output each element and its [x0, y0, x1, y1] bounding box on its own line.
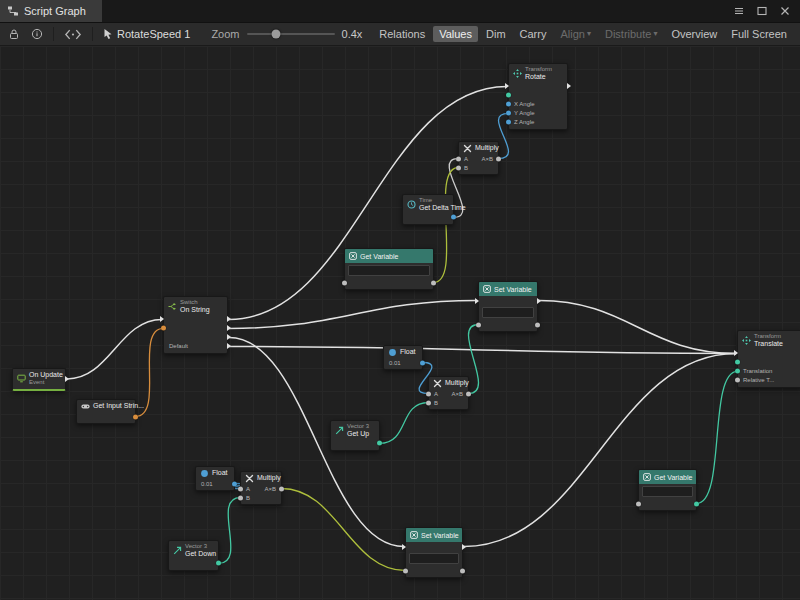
value-port[interactable]: [238, 486, 243, 491]
value-port[interactable]: [506, 120, 511, 125]
node-port-row: B: [429, 398, 468, 407]
flow-port[interactable]: [227, 325, 231, 331]
node-port-row: [406, 542, 462, 551]
node-deltatime[interactable]: TimeGet Delta Time: [402, 194, 454, 225]
window-menu-icon[interactable]: [733, 5, 745, 17]
code-icon[interactable]: [60, 27, 86, 42]
graph-selector[interactable]: RotateSpeed 1: [99, 28, 194, 40]
node-header: Multiply: [241, 472, 281, 484]
value-port[interactable]: [279, 486, 284, 491]
node-header: Set Variable: [479, 282, 537, 296]
node-float1[interactable]: Float0.01: [383, 345, 423, 370]
tab-script-graph[interactable]: Script Graph: [0, 0, 102, 22]
node-getvar1[interactable]: Get Variable: [344, 248, 434, 290]
node-switch[interactable]: SwitchOn StringDefault: [163, 296, 228, 354]
node-category: Transform: [525, 66, 552, 73]
value-port[interactable]: [238, 495, 243, 500]
node-getinput[interactable]: Get Input Strin...: [76, 399, 136, 424]
value-port[interactable]: [216, 561, 221, 566]
node-setvar1[interactable]: Set Variable: [478, 281, 538, 332]
flow-port[interactable]: [505, 83, 509, 89]
flow-port[interactable]: [227, 334, 231, 340]
flow-port[interactable]: [734, 350, 738, 356]
node-multiply2[interactable]: MultiplyAA×BB: [428, 376, 469, 410]
flow-port[interactable]: [227, 343, 231, 349]
variable-name-field[interactable]: [348, 265, 430, 276]
value-port[interactable]: [377, 441, 382, 446]
node-multiply3[interactable]: MultiplyAA×BB: [240, 471, 282, 505]
node-port-row: [77, 412, 135, 421]
flow-port[interactable]: [537, 298, 541, 304]
node-getdown[interactable]: Vector 3Get Down: [168, 540, 219, 571]
port-label: B: [464, 165, 468, 171]
node-onupdate[interactable]: On UpdateEvent: [12, 368, 66, 391]
variable-name-field[interactable]: [482, 307, 534, 318]
value-port[interactable]: [133, 414, 138, 419]
node-port-row: AA×B: [241, 484, 281, 493]
value-port[interactable]: [735, 369, 740, 374]
value-port[interactable]: [506, 111, 511, 116]
port-label: A: [434, 391, 438, 397]
value-port[interactable]: [456, 156, 461, 161]
node-port-row: [479, 320, 537, 329]
value-port[interactable]: [476, 322, 481, 327]
node-rotate[interactable]: TransformRotateX AngleY AngleZ Angle: [508, 63, 568, 130]
node-multiply1[interactable]: MultiplyAA×BB: [458, 141, 499, 175]
node-port-row: Z Angle: [509, 118, 567, 127]
value-port[interactable]: [232, 481, 237, 486]
flow-port[interactable]: [402, 544, 406, 550]
toolbar-button-relations[interactable]: Relations: [373, 26, 431, 42]
value-port[interactable]: [161, 326, 166, 331]
flow-port[interactable]: [65, 376, 69, 382]
lock-icon[interactable]: [4, 26, 24, 42]
toolbar-button-overview[interactable]: Overview: [665, 26, 723, 42]
value-port[interactable]: [426, 391, 431, 396]
flow-port[interactable]: [475, 298, 479, 304]
value-port[interactable]: [496, 156, 501, 161]
toolbar-button-values[interactable]: Values: [433, 26, 478, 42]
gamepad-icon: [81, 402, 90, 411]
value-port[interactable]: [420, 360, 425, 365]
window-maximize-icon[interactable]: [756, 5, 768, 17]
info-icon[interactable]: [27, 26, 47, 42]
node-translate[interactable]: TransformTranslateTranslationRelative T.…: [737, 330, 800, 388]
variable-name-field[interactable]: [642, 486, 693, 497]
value-port[interactable]: [735, 360, 740, 365]
value-port[interactable]: [506, 93, 511, 98]
node-title: Float: [212, 469, 228, 477]
variable-name-field[interactable]: [409, 553, 459, 564]
flow-port[interactable]: [462, 544, 466, 550]
value-port[interactable]: [451, 215, 456, 220]
float-icon: [200, 469, 209, 478]
node-subtitle: Event: [29, 379, 61, 386]
value-port[interactable]: [735, 378, 740, 383]
toolbar-button-fullscreen[interactable]: Full Screen: [725, 26, 793, 42]
node-getup[interactable]: Vector 3Get Up: [330, 420, 380, 451]
toolbar-button-carry[interactable]: Carry: [514, 26, 553, 42]
value-port[interactable]: [342, 280, 347, 285]
port-label: Y Angle: [514, 110, 535, 116]
flow-port[interactable]: [567, 83, 571, 89]
value-port[interactable]: [535, 322, 540, 327]
value-port[interactable]: [426, 400, 431, 405]
graph-canvas[interactable]: On UpdateEventGet Input Strin...SwitchOn…: [0, 46, 800, 600]
value-port[interactable]: [456, 165, 461, 170]
dropdown-arrow-icon: ▾: [653, 30, 657, 38]
value-port[interactable]: [460, 568, 465, 573]
flow-port[interactable]: [227, 316, 231, 322]
value-port[interactable]: [694, 501, 699, 506]
window-close-icon[interactable]: [779, 5, 791, 17]
zoom-slider[interactable]: [247, 27, 335, 41]
port-label: B: [246, 495, 250, 501]
value-port[interactable]: [636, 501, 641, 506]
toolbar-button-dim[interactable]: Dim: [480, 26, 512, 42]
value-port[interactable]: [403, 568, 408, 573]
value-port[interactable]: [506, 102, 511, 107]
flow-port[interactable]: [160, 316, 164, 322]
node-float2[interactable]: Float0.01: [195, 466, 235, 491]
zoom-slider-thumb[interactable]: [271, 30, 280, 39]
node-setvar2[interactable]: Set Variable: [405, 527, 463, 578]
value-port[interactable]: [466, 391, 471, 396]
node-getvar2[interactable]: Get Variable: [638, 469, 697, 511]
value-port[interactable]: [431, 280, 436, 285]
